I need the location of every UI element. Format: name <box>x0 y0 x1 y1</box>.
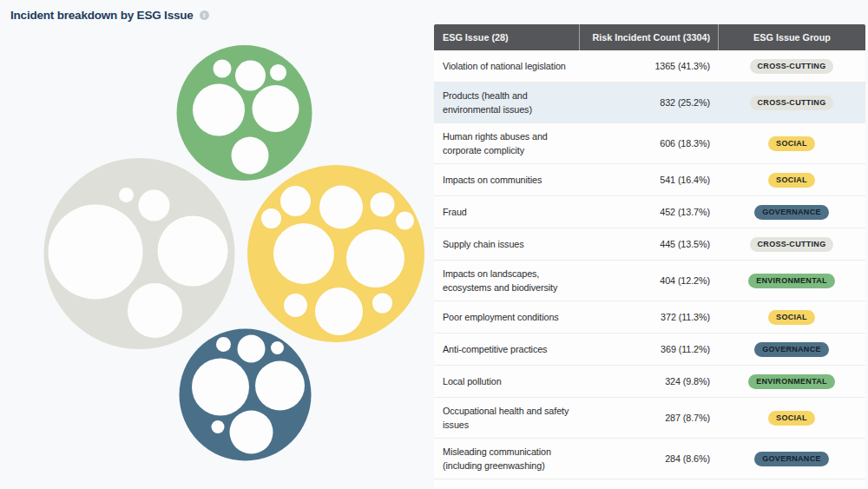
issue-group-badge: ENVIRONMENTAL <box>748 274 835 288</box>
issue-group-badge: ENVIRONMENTAL <box>748 374 835 389</box>
issue-group-cell: SOCIAL <box>718 130 865 157</box>
bubble-issue-circle[interactable] <box>158 216 228 287</box>
info-icon[interactable]: i <box>200 10 209 20</box>
issue-group-cell: GOVERNANCE <box>718 446 865 472</box>
table-row[interactable]: Supply chain issues445 (13.5%)CROSS-CUTT… <box>434 228 865 261</box>
issue-group-badge: GOVERNANCE <box>754 342 829 357</box>
esg-issue-cell: Occupational health and safety issues <box>434 398 579 438</box>
esg-issue-cell: Products (health and environmental issue… <box>434 83 579 122</box>
bubble-issue-circle[interactable] <box>49 205 143 300</box>
bubble-issue-circle[interactable] <box>271 341 284 354</box>
bubble-issue-circle[interactable] <box>315 287 363 335</box>
table-header: ESG Issue (28) Risk Incident Count (3304… <box>434 24 865 50</box>
esg-issue-cell: Local pollution <box>434 368 579 394</box>
esg-issue-cell: Misleading communication (including gree… <box>434 439 579 479</box>
issue-group-badge: SOCIAL <box>768 136 815 151</box>
column-header-esg-issue-group[interactable]: ESG Issue Group <box>718 24 865 50</box>
bubble-issue-circle[interactable] <box>193 84 245 136</box>
issue-group-badge: SOCIAL <box>768 310 815 325</box>
issue-group-badge: SOCIAL <box>768 411 815 426</box>
column-header-esg-issue[interactable]: ESG Issue (28) <box>434 24 579 50</box>
issue-group-badge: CROSS-CUTTING <box>750 59 834 74</box>
bubble-packing-chart <box>0 0 434 489</box>
incident-count-cell: 832 (25.2%) <box>579 89 718 116</box>
bubble-issue-circle[interactable] <box>214 60 232 78</box>
esg-issue-cell: Impacts on communities <box>434 167 579 193</box>
esg-issue-cell: Poor employment conditions <box>434 304 579 330</box>
esg-issue-cell: Fraud <box>434 199 579 225</box>
table-row[interactable]: Fraud452 (13.7%)GOVERNANCE <box>434 196 865 228</box>
esg-issue-cell: Impacts on landscapes, ecosystems and bi… <box>434 261 579 301</box>
esg-issue-cell: Anti-competitive practices <box>434 336 579 362</box>
incident-count-cell: 369 (11.2%) <box>579 336 718 362</box>
esg-issue-cell: Human rights abuses and corporate compli… <box>434 123 579 163</box>
bubble-issue-circle[interactable] <box>284 294 307 317</box>
incident-count-cell: 541 (16.4%) <box>579 167 718 193</box>
table-row[interactable]: Violation of national legislation1365 (4… <box>434 50 865 83</box>
incident-count-cell: 1365 (41.3%) <box>579 53 718 79</box>
issue-group-cell: SOCIAL <box>718 405 865 432</box>
incident-count-cell: 287 (8.7%) <box>579 405 718 431</box>
issue-group-badge: SOCIAL <box>768 173 815 188</box>
issue-group-badge: GOVERNANCE <box>754 205 829 220</box>
bubble-issue-circle[interactable] <box>119 188 134 202</box>
bubble-issue-circle[interactable] <box>273 223 334 284</box>
incident-count-cell: 606 (18.3%) <box>579 130 718 156</box>
bubble-issue-circle[interactable] <box>232 137 269 175</box>
table-row[interactable] <box>434 479 865 489</box>
issue-group-badge: CROSS-CUTTING <box>750 96 834 110</box>
table-row[interactable]: Local pollution324 (9.8%)ENVIRONMENTAL <box>434 366 865 398</box>
bubble-issue-circle[interactable] <box>270 64 286 81</box>
issue-group-cell: GOVERNANCE <box>718 336 865 363</box>
panel-header: Incident breakdown by ESG Issue i <box>10 9 209 22</box>
esg-issue-table: ESG Issue (28) Risk Incident Count (3304… <box>434 24 865 489</box>
bubble-issue-circle[interactable] <box>261 208 281 228</box>
issue-group-cell: CROSS-CUTTING <box>718 53 865 80</box>
table-row[interactable]: Impacts on communities541 (16.4%)SOCIAL <box>434 164 865 196</box>
table-body: Violation of national legislation1365 (4… <box>434 50 865 489</box>
bubble-issue-circle[interactable] <box>216 337 231 352</box>
issue-group-badge: CROSS-CUTTING <box>750 237 834 252</box>
issue-group-cell: SOCIAL <box>718 304 865 331</box>
table-row[interactable]: Misleading communication (including gree… <box>434 439 865 479</box>
table-row[interactable]: Occupational health and safety issues287… <box>434 398 865 439</box>
issue-group-cell: CROSS-CUTTING <box>718 89 865 116</box>
issue-group-cell: ENVIRONMENTAL <box>718 368 865 395</box>
incident-breakdown-panel: Incident breakdown by ESG Issue i ESG Is… <box>0 0 868 489</box>
table-row[interactable]: Impacts on landscapes, ecosystems and bi… <box>434 261 865 301</box>
incident-count-cell: 372 (11.3%) <box>579 304 718 330</box>
table-row[interactable]: Human rights abuses and corporate compli… <box>434 123 865 164</box>
bubble-issue-circle[interactable] <box>253 85 299 132</box>
bubble-issue-circle[interactable] <box>396 212 414 230</box>
esg-issue-cell: Violation of national legislation <box>434 53 579 79</box>
bubble-issue-circle[interactable] <box>192 359 249 416</box>
bubble-issue-circle[interactable] <box>212 420 225 433</box>
table-row[interactable]: Products (health and environmental issue… <box>434 83 865 123</box>
bubble-issue-circle[interactable] <box>372 294 392 314</box>
column-header-risk-incident-count[interactable]: Risk Incident Count (3304) <box>579 24 718 50</box>
incident-count-cell: 404 (12.2%) <box>579 268 718 294</box>
bubble-issue-circle[interactable] <box>235 61 266 91</box>
table-row[interactable]: Anti-competitive practices369 (11.2%)GOV… <box>434 334 865 366</box>
incident-count-cell: 284 (8.6%) <box>579 446 718 472</box>
bubble-issue-circle[interactable] <box>255 361 305 411</box>
incident-count-cell: 452 (13.7%) <box>579 199 718 225</box>
bubble-issue-circle[interactable] <box>280 186 311 216</box>
bubble-issue-circle[interactable] <box>346 229 404 287</box>
esg-issue-cell: Supply chain issues <box>434 231 579 257</box>
bubble-issue-circle[interactable] <box>230 411 273 454</box>
bubble-issue-circle[interactable] <box>128 283 182 338</box>
incident-count-cell: 445 (13.5%) <box>579 231 718 257</box>
issue-group-cell: ENVIRONMENTAL <box>718 268 865 294</box>
bubble-issue-circle[interactable] <box>371 193 395 217</box>
page-title: Incident breakdown by ESG Issue <box>10 9 194 22</box>
bubble-issue-circle[interactable] <box>238 335 266 363</box>
issue-group-badge: GOVERNANCE <box>754 452 829 466</box>
table-row[interactable]: Poor employment conditions372 (11.3%)SOC… <box>434 301 865 334</box>
issue-group-cell: GOVERNANCE <box>718 199 865 226</box>
issue-group-cell: SOCIAL <box>718 167 865 194</box>
issue-group-cell: CROSS-CUTTING <box>718 231 865 258</box>
incident-count-cell: 324 (9.8%) <box>579 368 718 394</box>
bubble-issue-circle[interactable] <box>139 190 170 221</box>
bubble-issue-circle[interactable] <box>319 186 363 229</box>
